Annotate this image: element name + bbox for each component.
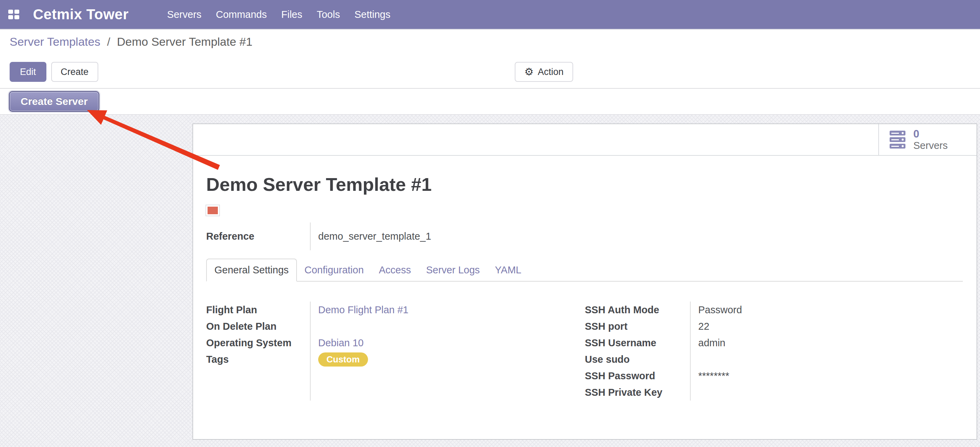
main-menu: Servers Commands Files Tools Settings xyxy=(167,9,390,20)
create-server-button[interactable]: Create Server xyxy=(9,91,99,112)
tag-badge-custom[interactable]: Custom xyxy=(318,353,368,367)
reference-label: Reference xyxy=(206,231,310,242)
gear-icon: ⚙ xyxy=(524,67,534,77)
edit-button[interactable]: Edit xyxy=(10,62,46,82)
servers-stat-label: Servers xyxy=(913,140,948,151)
field-label-flight-plan: Flight Plan xyxy=(206,302,310,318)
field-value-ssh-auth-mode: Password xyxy=(698,304,742,316)
create-button[interactable]: Create xyxy=(51,62,98,82)
reference-field-row: Reference demo_server_template_1 xyxy=(206,222,963,250)
field-label-ssh-auth-mode: SSH Auth Mode xyxy=(585,302,690,318)
field-label-use-sudo: Use sudo xyxy=(585,351,690,367)
content-area: 0 Servers Demo Server Template #1 Refere… xyxy=(0,114,980,447)
nav-item-files[interactable]: Files xyxy=(282,9,302,20)
breadcrumb-current: Demo Server Template #1 xyxy=(117,35,252,48)
field-value-ssh-password: ******** xyxy=(698,370,729,382)
tab-server-logs[interactable]: Server Logs xyxy=(418,259,487,281)
nav-item-tools[interactable]: Tools xyxy=(317,9,340,20)
tab-configuration[interactable]: Configuration xyxy=(297,259,371,281)
breadcrumb-parent[interactable]: Server Templates xyxy=(10,35,100,48)
nav-item-servers[interactable]: Servers xyxy=(167,9,201,20)
field-value-ssh-username: admin xyxy=(698,337,725,349)
field-value-operating-system[interactable]: Debian 10 xyxy=(318,337,364,349)
servers-stat-button[interactable]: 0 Servers xyxy=(878,124,977,155)
field-label-on-delete-plan: On Delete Plan xyxy=(206,318,310,335)
tab-general-settings[interactable]: General Settings xyxy=(206,259,297,282)
field-group-left: Flight Plan On Delete Plan Operating Sys… xyxy=(206,302,585,401)
breadcrumb-separator: / xyxy=(107,35,110,48)
field-label-ssh-port: SSH port xyxy=(585,318,690,335)
tab-access[interactable]: Access xyxy=(371,259,418,281)
action-button[interactable]: ⚙ Action xyxy=(515,62,573,82)
field-label-ssh-password: SSH Password xyxy=(585,367,690,384)
field-value-ssh-port: 22 xyxy=(698,321,709,332)
control-panel: Server Templates / Demo Server Template … xyxy=(0,30,980,89)
record-title: Demo Server Template #1 xyxy=(206,174,963,195)
control-panel-buttons: Edit Create xyxy=(10,62,98,82)
apps-grid-icon[interactable] xyxy=(8,10,19,19)
object-button-strip: Create Server xyxy=(0,89,980,114)
field-label-ssh-username: SSH Username xyxy=(585,335,690,351)
sheet-topbar: 0 Servers xyxy=(193,124,977,156)
tab-yaml[interactable]: YAML xyxy=(487,259,529,281)
notebook-tabs: General Settings Configuration Access Se… xyxy=(206,259,963,282)
field-value-flight-plan[interactable]: Demo Flight Plan #1 xyxy=(318,304,409,316)
nav-item-commands[interactable]: Commands xyxy=(216,9,267,20)
field-label-operating-system: Operating System xyxy=(206,335,310,351)
server-stack-icon xyxy=(889,130,907,149)
nav-item-settings[interactable]: Settings xyxy=(354,9,390,20)
reference-value: demo_server_template_1 xyxy=(310,222,431,250)
top-navbar: Cetmix Tower Servers Commands Files Tool… xyxy=(0,0,980,30)
field-group-right: SSH Auth Mode SSH port SSH Username Use … xyxy=(585,302,963,401)
action-button-label: Action xyxy=(538,67,563,77)
field-label-ssh-private-key: SSH Private Key xyxy=(585,384,690,401)
brand-title[interactable]: Cetmix Tower xyxy=(33,6,129,23)
form-sheet: 0 Servers Demo Server Template #1 Refere… xyxy=(192,123,977,440)
servers-count: 0 xyxy=(913,128,948,140)
field-label-tags: Tags xyxy=(206,351,310,367)
color-swatch[interactable] xyxy=(206,205,219,216)
general-settings-content: Flight Plan On Delete Plan Operating Sys… xyxy=(206,302,963,401)
breadcrumb: Server Templates / Demo Server Template … xyxy=(10,35,253,48)
